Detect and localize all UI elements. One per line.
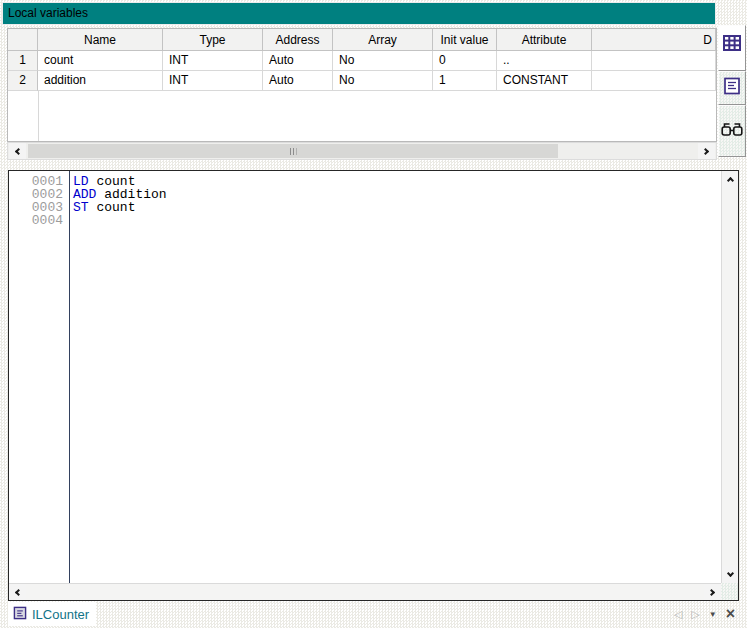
chevron-down-icon bbox=[726, 570, 733, 577]
cell-attribute[interactable]: CONSTANT bbox=[497, 71, 592, 91]
table-row: 2 addition INT Auto No 1 CONSTANT bbox=[8, 71, 716, 91]
code-text-area[interactable]: 0001LD count 0002ADD addition 0003ST cou… bbox=[9, 171, 721, 583]
cell-documentation[interactable] bbox=[592, 71, 716, 91]
table-empty-area bbox=[8, 91, 716, 141]
cell-name[interactable]: addition bbox=[38, 71, 163, 91]
table-grid-icon bbox=[722, 33, 742, 57]
tab-navigation-controls: ◁ ▷ ▼ × bbox=[674, 603, 735, 625]
cell-array[interactable]: No bbox=[333, 51, 433, 71]
gutter-separator bbox=[69, 171, 70, 583]
il-operand: count bbox=[96, 200, 135, 215]
scroll-right-button[interactable] bbox=[704, 584, 721, 600]
scroll-left-button[interactable] bbox=[9, 584, 26, 600]
column-header-name: Name bbox=[38, 29, 163, 51]
column-header-array: Array bbox=[333, 29, 433, 51]
row-number-cell[interactable]: 1 bbox=[8, 51, 38, 71]
row-number-cell[interactable]: 2 bbox=[8, 71, 38, 91]
cell-attribute[interactable]: .. bbox=[497, 51, 592, 71]
il-text-view-button[interactable] bbox=[718, 71, 746, 105]
tab-label: ILCounter bbox=[32, 607, 89, 622]
cell-type[interactable]: INT bbox=[163, 71, 263, 91]
chevron-up-icon bbox=[726, 177, 733, 184]
cell-documentation[interactable] bbox=[592, 51, 716, 71]
panel-title: Local variables bbox=[8, 6, 88, 20]
table-header-row: Name Type Address Array Init value Attri… bbox=[8, 29, 716, 51]
search-button[interactable] bbox=[718, 105, 746, 157]
close-tab-button[interactable]: × bbox=[726, 607, 735, 621]
thumb-grip-icon bbox=[290, 148, 297, 155]
cell-init-value[interactable]: 0 bbox=[433, 51, 497, 71]
binoculars-icon bbox=[721, 121, 743, 142]
h-scrollbar-thumb[interactable] bbox=[28, 144, 558, 158]
cell-type[interactable]: INT bbox=[163, 51, 263, 71]
text-document-icon bbox=[722, 76, 742, 100]
scrollbar-corner bbox=[721, 583, 738, 600]
variables-table: Name Type Address Array Init value Attri… bbox=[7, 28, 717, 142]
chevron-right-icon bbox=[708, 588, 715, 595]
column-header-address: Address bbox=[263, 29, 333, 51]
table-row: 1 count INT Auto No 0 .. bbox=[8, 51, 716, 71]
scroll-down-button[interactable] bbox=[722, 566, 738, 583]
prev-tab-button[interactable]: ◁ bbox=[674, 608, 682, 621]
cell-address[interactable]: Auto bbox=[263, 51, 333, 71]
column-header-documentation: D bbox=[592, 29, 716, 51]
chevron-left-icon bbox=[15, 147, 22, 154]
code-line: 0004 bbox=[9, 214, 721, 227]
column-header-init-value: Init value bbox=[433, 29, 497, 51]
cell-init-value[interactable]: 1 bbox=[433, 71, 497, 91]
grid-line bbox=[38, 91, 39, 141]
tab-list-dropdown-button[interactable]: ▼ bbox=[709, 610, 717, 619]
next-tab-button[interactable]: ▷ bbox=[691, 608, 699, 621]
chevron-left-icon bbox=[15, 588, 22, 595]
cell-address[interactable]: Auto bbox=[263, 71, 333, 91]
chevron-right-icon bbox=[702, 147, 709, 154]
scroll-left-button[interactable] bbox=[9, 143, 26, 159]
cell-name[interactable]: count bbox=[38, 51, 163, 71]
panel-titlebar: Local variables bbox=[2, 2, 716, 25]
scroll-up-button[interactable] bbox=[722, 171, 738, 188]
il-code-editor: 0001LD count 0002ADD addition 0003ST cou… bbox=[8, 170, 739, 601]
tab-ilcounter[interactable]: ILCounter bbox=[8, 602, 96, 626]
editor-v-scrollbar[interactable] bbox=[721, 171, 738, 583]
table-h-scrollbar[interactable] bbox=[7, 142, 717, 160]
column-header-attribute: Attribute bbox=[497, 29, 592, 51]
line-number: 0004 bbox=[9, 214, 69, 227]
column-header-rownum bbox=[8, 29, 38, 51]
editor-h-scrollbar[interactable] bbox=[9, 583, 721, 600]
il-pou-icon bbox=[13, 606, 27, 623]
column-header-type: Type bbox=[163, 29, 263, 51]
variable-grid-view-button[interactable] bbox=[718, 25, 746, 71]
cell-array[interactable]: No bbox=[333, 71, 433, 91]
code-line: 0003ST count bbox=[9, 201, 721, 214]
scroll-right-button[interactable] bbox=[698, 143, 715, 159]
